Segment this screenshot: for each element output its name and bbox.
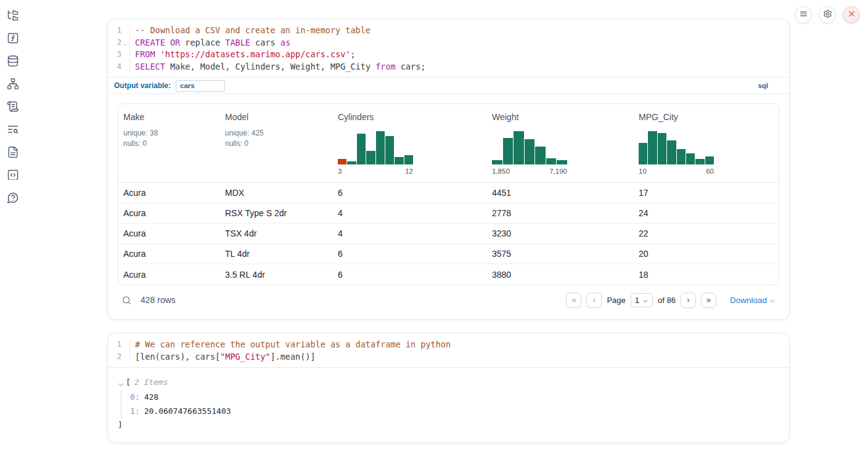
download-button[interactable]: Download [730,296,776,305]
output-variable-input[interactable] [176,80,225,92]
histogram-bar [347,161,356,164]
column-name: Model [225,111,328,123]
table-cell: 4 [333,229,487,238]
chevron-down-icon [769,297,776,303]
file-text-icon [7,146,19,161]
histogram-axis-labels: 1,8507,190 [492,167,567,176]
notebook-menu-button[interactable] [795,6,812,23]
table-row: AcuraRSX Type S 2dr4277824 [118,203,779,224]
histogram-bar [357,134,366,164]
fold-chevron-icon[interactable] [123,39,128,45]
dependency-graph-icon [7,78,19,92]
column-header-mpg-city[interactable]: MPG_City 1060 [634,104,779,182]
output-variable-label: Output variable: [114,81,171,90]
column-header-cylinders[interactable]: Cylinders 312 [333,104,487,182]
histogram-bar [535,147,546,164]
histogram-bar [695,159,704,164]
line-number: 2 [108,37,121,49]
table-row: AcuraTSX 4dr4323022 [118,224,779,244]
histogram-bar [639,143,647,164]
sidebar-item-datasources[interactable] [6,55,20,69]
table-cell: 3880 [487,270,634,280]
menu-icon [799,9,808,21]
table-cell: MDX [220,188,333,198]
sidebar-item-variables[interactable] [6,33,20,46]
code-line: 1-- Download a CSV and create an in-memo… [108,25,789,37]
table-cell: 6 [333,188,487,198]
chevron-down-icon [642,297,649,303]
tree-entry-value: 428 [144,392,158,402]
histogram-bar [525,139,535,164]
output-variable-row: Output variable: sql [108,77,789,94]
download-label: Download [730,296,767,305]
page-select[interactable]: 1 [631,293,653,307]
sidebar-item-chat[interactable] [6,192,20,206]
previous-page-button[interactable]: ‹ [586,293,602,308]
histogram-bar [667,140,676,164]
histogram-bar [648,131,657,164]
code-text: [len(cars), cars["MPG_City"].mean()] [129,351,789,363]
settings-button[interactable] [819,6,836,23]
column-header-weight[interactable]: Weight 1,8507,190 [487,104,634,182]
sidebar-item-documentation[interactable] [6,147,20,160]
table-cell: Acura [118,249,220,259]
histogram-bar [385,136,394,164]
column-header-make[interactable]: Make unique: 38 nulls: 0 [118,104,220,182]
sidebar-item-logs[interactable] [6,101,20,115]
table-cell: Acura [118,229,220,238]
database-icon [7,55,19,70]
tree-entry-value: 20.060747663551403 [144,407,231,416]
code-line: 2[len(cars), cars["MPG_City"].mean()] [108,351,789,363]
table-cell: 4451 [487,188,634,198]
tree-collapse-caret[interactable] [118,379,125,386]
histogram-bar [686,153,695,164]
sidebar-item-tracing[interactable] [6,124,20,137]
table-cell: 6 [333,249,487,259]
sidebar-item-files[interactable] [6,10,20,23]
code-line: 3FROM 'https://datasets.marimo.app/cars.… [108,49,789,61]
line-number: 2 [108,351,121,363]
tree-entry: 1:20.060747663551403 [130,405,779,419]
column-stats: unique: 425 nulls: 0 [225,128,328,149]
table-cell: 3575 [487,249,634,259]
table-cell: 3.5 RL 4dr [220,270,333,280]
tree-entry: 0:428 [130,390,779,405]
code-line: 1# We can reference the output variable … [108,339,789,351]
python-code-editor[interactable]: 1# We can reference the output variable … [108,333,789,367]
histogram-bar [338,159,346,164]
table-cell: 4 [333,208,487,218]
shutdown-close-icon [847,9,856,21]
axis-tick-label: 7,190 [549,167,567,176]
histogram-bars [639,131,714,164]
column-header-model[interactable]: Model unique: 425 nulls: 0 [220,104,333,182]
code-line: 2CREATE OR replace TABLE cars as [108,37,789,49]
histogram-bar [677,149,686,164]
data-table: Make unique: 38 nulls: 0 Model unique: 4… [118,103,779,285]
sql-code-editor[interactable]: 1-- Download a CSV and create an in-memo… [108,19,789,77]
folder-tree-icon [7,9,19,24]
table-cell: 24 [634,208,779,218]
text-search-icon [7,123,19,138]
histogram-axis-labels: 1060 [639,167,714,176]
search-icon[interactable] [121,295,132,305]
shutdown-button[interactable] [843,6,860,23]
last-page-button[interactable]: » [701,293,716,308]
table-row: AcuraMDX6445117 [118,183,779,203]
axis-tick-label: 12 [405,167,413,176]
tree-entry-key: 0: [130,392,140,402]
code-text: CREATE OR replace TABLE cars as [129,37,789,49]
table-cell: Acura [118,270,220,280]
settings-gear-icon [823,9,832,21]
axis-tick-label: 3 [338,167,342,176]
chat-question-icon [7,192,19,206]
sidebar-item-dependencies[interactable] [6,78,20,92]
histogram-bar [546,158,557,164]
page-label: Page [607,296,625,305]
tree-entry-key: 1: [130,407,140,416]
first-page-button[interactable]: « [566,293,581,308]
sidebar-item-snippets[interactable] [6,169,20,183]
table-cell: 6 [333,270,487,280]
next-page-button[interactable]: › [681,293,696,308]
table-cell: 3230 [487,229,634,238]
table-row: AcuraTL 4dr6357520 [118,244,779,264]
